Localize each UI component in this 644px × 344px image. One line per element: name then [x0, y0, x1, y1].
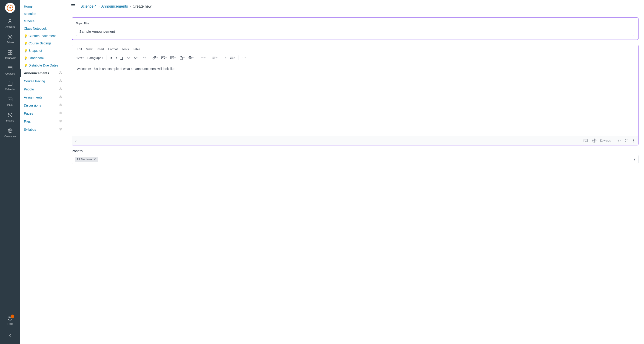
- toolbar-divider-2: [149, 55, 149, 60]
- superscript-button[interactable]: T² ▾: [140, 55, 147, 61]
- sidebar-item-history[interactable]: History: [1, 109, 19, 124]
- sidebar-item-custom-placement[interactable]: 💡 Custom Placement: [20, 32, 66, 40]
- emoji-icon: [188, 56, 192, 60]
- eye-icon-assignments: [58, 95, 62, 99]
- rte-content-text: Welcome! This is an example of what an a…: [77, 67, 175, 71]
- lightbulb-icon-5: 💡: [24, 64, 28, 67]
- sidebar-item-inbox[interactable]: Inbox: [1, 94, 19, 109]
- link-button[interactable]: ▾: [151, 55, 159, 61]
- indent-button[interactable]: ▾: [229, 55, 237, 61]
- app-logo: [5, 3, 15, 13]
- post-to-select[interactable]: All Sections ✕ ▾: [72, 155, 638, 164]
- image-icon: [161, 56, 165, 60]
- rte-menu-tools[interactable]: Tools: [120, 47, 130, 52]
- underline-button[interactable]: U: [119, 55, 124, 61]
- sidebar-item-modules[interactable]: Modules: [20, 10, 66, 18]
- sidebar-item-admin[interactable]: Admin: [1, 31, 19, 46]
- keyboard-shortcut-button[interactable]: [582, 138, 589, 143]
- eye-icon-announcements: [58, 71, 62, 75]
- svg-point-22: [60, 80, 61, 81]
- keyboard-icon: [584, 139, 588, 142]
- rte-options-button[interactable]: [632, 138, 635, 143]
- sidebar-item-distribute-due-dates[interactable]: 💡 Distribute Due Dates: [20, 62, 66, 69]
- history-label: History: [6, 119, 14, 122]
- rte-footer-right: 12 words | </>: [582, 138, 635, 143]
- sidebar-label-pages: Pages: [24, 112, 58, 115]
- media-button[interactable]: ▾: [169, 55, 177, 61]
- courses-icon: [7, 65, 13, 71]
- font-color-chevron: ▾: [129, 57, 130, 59]
- strikethrough-chevron: ▾: [204, 57, 206, 59]
- svg-rect-31: [170, 56, 174, 59]
- help-label: Help: [8, 322, 13, 325]
- rte-menu-table[interactable]: Table: [131, 47, 142, 52]
- align-button[interactable]: ▾: [211, 55, 219, 61]
- collapse-sidebar-button[interactable]: [1, 330, 19, 341]
- sidebar-item-people[interactable]: People: [20, 85, 66, 93]
- sidebar-item-grades[interactable]: Grades: [20, 18, 66, 25]
- highlight-button[interactable]: A ▾: [132, 55, 139, 61]
- sidebar-item-calendar[interactable]: Calendar: [1, 78, 19, 93]
- sidebar-item-announcements[interactable]: Announcements: [20, 69, 66, 77]
- svg-rect-12: [8, 66, 12, 70]
- sidebar-item-home[interactable]: Home: [20, 3, 66, 10]
- rte-menu-format[interactable]: Format: [106, 47, 120, 52]
- sidebar-item-pages[interactable]: Pages: [20, 109, 66, 117]
- breadcrumb-announcements[interactable]: Announcements: [101, 4, 128, 9]
- paragraph-btn[interactable]: Paragraph ▾: [86, 55, 104, 61]
- rte-footer-sep: |: [613, 139, 614, 142]
- sidebar-item-files[interactable]: Files: [20, 117, 66, 125]
- sidebar-item-snapshot[interactable]: 💡 Snapshot: [20, 47, 66, 54]
- sidebar-label-snapshot: Snapshot: [28, 49, 62, 53]
- font-size-btn[interactable]: 12pt ▾: [75, 55, 85, 61]
- editor-area: Topic Title Edit View Insert Format Tool…: [66, 13, 644, 344]
- options-icon: [633, 139, 634, 142]
- menu-icon[interactable]: [71, 3, 76, 10]
- rte-footer-left: p: [75, 139, 76, 142]
- sidebar-item-commons[interactable]: Commons: [1, 125, 19, 140]
- sidebar-item-assignments[interactable]: Assignments: [20, 93, 66, 101]
- expand-button[interactable]: [624, 138, 630, 143]
- breadcrumb-sep-2: ›: [130, 5, 131, 8]
- sidebar-item-dashboard[interactable]: Dashboard: [1, 47, 19, 62]
- rte-menu-view[interactable]: View: [84, 47, 94, 52]
- sidebar-item-syllabus[interactable]: Syllabus: [20, 125, 66, 133]
- accessibility-button[interactable]: [591, 138, 598, 143]
- svg-point-25: [60, 104, 61, 105]
- post-to-tag-remove[interactable]: ✕: [94, 158, 96, 161]
- commons-icon: [7, 127, 13, 134]
- align-icon: [212, 56, 216, 60]
- strikethrough-icon: [200, 56, 204, 60]
- svg-point-39: [244, 58, 244, 58]
- more-button[interactable]: [241, 55, 248, 61]
- breadcrumb-science4[interactable]: Science 4: [80, 4, 96, 9]
- sidebar-item-course-pacing[interactable]: Course Pacing: [20, 77, 66, 85]
- image-button[interactable]: ▾: [160, 55, 168, 61]
- rte-content-area[interactable]: Welcome! This is an example of what an a…: [72, 62, 638, 136]
- sidebar-item-class-notebook[interactable]: Class Notebook: [20, 25, 66, 32]
- svg-rect-10: [8, 53, 10, 55]
- indent-chevron: ▾: [234, 57, 235, 59]
- topic-title-input[interactable]: [76, 27, 634, 36]
- rte-menu-insert[interactable]: Insert: [95, 47, 106, 52]
- sidebar-item-courses[interactable]: Courses: [1, 63, 19, 77]
- strikethrough-button[interactable]: ▾: [199, 55, 207, 61]
- sidebar-item-discussions[interactable]: Discussions: [20, 101, 66, 109]
- document-button[interactable]: ▾: [178, 55, 186, 61]
- list-button[interactable]: ▾: [220, 55, 228, 61]
- more-icon: [242, 56, 246, 60]
- italic-button[interactable]: I: [114, 55, 118, 61]
- sidebar-item-account[interactable]: Account: [1, 16, 19, 30]
- emoji-button[interactable]: ▾: [187, 55, 195, 61]
- lightbulb-icon: 💡: [24, 34, 28, 38]
- font-color-button[interactable]: A ▾: [125, 55, 132, 61]
- sidebar-item-course-settings[interactable]: 💡 Course Settings: [20, 40, 66, 47]
- post-to-tag-label: All Sections: [76, 158, 92, 161]
- list-icon: [221, 56, 225, 60]
- html-view-button[interactable]: </>: [615, 138, 622, 143]
- bold-button[interactable]: B: [108, 55, 114, 61]
- commons-label: Commons: [4, 135, 16, 138]
- sidebar-item-help[interactable]: 6 Help: [1, 313, 19, 327]
- sidebar-item-gradebook[interactable]: 💡 Gradebook: [20, 54, 66, 62]
- rte-menu-edit[interactable]: Edit: [75, 47, 84, 52]
